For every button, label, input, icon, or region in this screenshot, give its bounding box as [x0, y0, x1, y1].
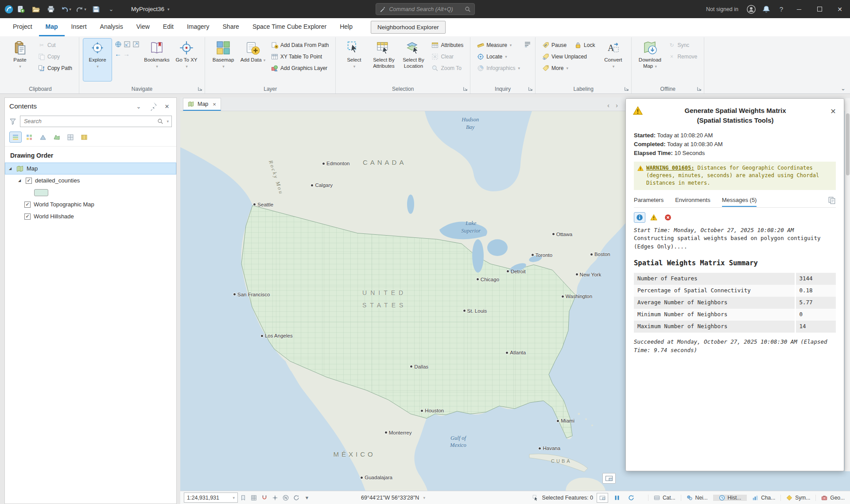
scrollbar-thumb[interactable]	[846, 113, 850, 175]
explore-button[interactable]: Explore▾	[83, 39, 112, 81]
warning-filter-button[interactable]	[648, 212, 660, 223]
project-name[interactable]: MyProject36▾	[131, 6, 170, 12]
tab-messages[interactable]: Messages (5)	[722, 197, 757, 203]
download-map-button[interactable]: Download Map ▾	[636, 39, 664, 81]
neighborhood-explorer-button[interactable]: Neighborhood Explorer	[371, 21, 446, 34]
tab-imagery[interactable]: Imagery	[180, 18, 216, 36]
view-unplaced-button[interactable]: View Unplaced	[539, 51, 598, 62]
print-button[interactable]	[43, 3, 58, 16]
layer-row-hillshade[interactable]: ✓ World Hillshade	[5, 210, 176, 222]
copy-path-button[interactable]: Copy Path	[35, 63, 75, 74]
coordinates-readout[interactable]: 69°44'21"W 56°33'28"N ▾	[361, 495, 425, 501]
list-by-selection-button[interactable]	[37, 132, 49, 143]
remove-button[interactable]: ×Remove	[665, 51, 700, 62]
command-search-input[interactable]	[388, 6, 462, 13]
status-more-chevron[interactable]: ▾	[302, 492, 312, 503]
pause-labeling-button[interactable]: Pause	[539, 40, 569, 50]
grid-button[interactable]	[248, 492, 259, 503]
help-button[interactable]: ?	[774, 3, 789, 16]
save-project-button[interactable]	[89, 3, 104, 16]
expand-icon[interactable]: ◢	[18, 178, 23, 182]
minimize-button[interactable]: ─	[789, 0, 809, 18]
add-graphics-layer-button[interactable]: Add Graphics Layer	[268, 63, 331, 74]
tab-parameters[interactable]: Parameters	[634, 197, 664, 203]
layer-row-map[interactable]: ◢ Map	[5, 163, 176, 174]
tab-analysis[interactable]: Analysis	[93, 18, 130, 36]
fixed-zoom-out-icon[interactable]	[124, 41, 131, 48]
notifications-button[interactable]	[759, 3, 774, 16]
pane-tab-catalog[interactable]: Cat...	[648, 495, 681, 501]
attributes-button[interactable]: Attributes	[429, 40, 466, 50]
error-filter-button[interactable]	[662, 212, 674, 223]
refresh-view-button[interactable]	[626, 492, 637, 503]
undo-button[interactable]: ▾	[58, 3, 74, 16]
list-by-editing-button[interactable]	[50, 132, 63, 143]
tab-insert[interactable]: Insert	[65, 18, 93, 36]
basemap-button[interactable]: Basemap▾	[209, 39, 237, 81]
more-labeling-button[interactable]: More▾	[539, 63, 598, 74]
labeling-launcher-icon[interactable]	[624, 86, 629, 92]
pane-scrollbar[interactable]	[845, 98, 850, 471]
list-by-snapping-button[interactable]	[64, 132, 77, 143]
map-overview-button[interactable]	[602, 473, 616, 484]
tab-environments[interactable]: Environments	[675, 197, 710, 203]
layer-visibility-checkbox[interactable]: ✓	[24, 202, 31, 208]
next-extent-icon[interactable]: →	[123, 50, 130, 57]
map-view-tab[interactable]: Map ×	[183, 98, 221, 111]
crosshair-button[interactable]	[270, 492, 280, 503]
rotate-view-button[interactable]	[291, 492, 302, 503]
filter-icon[interactable]	[9, 118, 16, 125]
close-pane-icon[interactable]: ✕	[828, 106, 838, 116]
scroll-tabs-right-icon[interactable]: ›	[616, 101, 618, 109]
layer-visibility-checkbox[interactable]: ✓	[26, 178, 32, 184]
copy-messages-icon[interactable]	[828, 196, 836, 204]
cut-button[interactable]: ✂Cut	[35, 40, 75, 50]
recent-tools-icon[interactable]	[524, 41, 531, 48]
tab-space-time-cube-explorer[interactable]: Space Time Cube Explorer	[246, 18, 333, 36]
full-extent-icon[interactable]	[115, 41, 122, 48]
pane-tab-symbology[interactable]: Sym...	[780, 495, 815, 501]
layer-visibility-checkbox[interactable]: ✓	[24, 213, 31, 220]
command-search[interactable]	[376, 3, 475, 15]
pane-tab-neighborhood[interactable]: Nei...	[681, 495, 713, 501]
new-bookmark-button[interactable]	[238, 492, 248, 503]
tab-share[interactable]: Share	[216, 18, 246, 36]
symbol-row[interactable]	[5, 186, 176, 198]
symbol-swatch[interactable]	[34, 189, 48, 196]
north-arrow-button[interactable]	[280, 492, 291, 503]
pane-tab-charts[interactable]: Cha...	[746, 495, 780, 501]
copy-button[interactable]: Copy	[35, 51, 75, 62]
expand-icon[interactable]: ◢	[9, 167, 13, 171]
convert-labels-button[interactable]: A Convert▾	[599, 39, 627, 81]
collapse-ribbon-icon[interactable]: ⌄	[841, 85, 846, 92]
contents-search[interactable]: ▾	[20, 116, 172, 127]
selection-options-button[interactable]	[597, 493, 608, 503]
xy-table-to-point-button[interactable]: XY Table To Point	[268, 51, 331, 62]
close-button[interactable]: ✕	[830, 0, 850, 18]
add-data-button[interactable]: Add Data ▾	[239, 39, 267, 81]
pane-menu-chevron-icon[interactable]: ⌄	[134, 101, 144, 111]
snapping-button[interactable]	[259, 492, 270, 503]
locate-button[interactable]: Locate▾	[474, 51, 523, 62]
tab-map[interactable]: Map	[39, 18, 65, 36]
list-by-source-button[interactable]	[23, 132, 35, 143]
tab-view[interactable]: View	[130, 18, 156, 36]
close-map-tab-icon[interactable]: ×	[213, 101, 216, 108]
info-filter-button[interactable]	[634, 212, 645, 223]
infographics-button[interactable]: Infographics▾	[474, 63, 523, 74]
account-button[interactable]	[744, 3, 759, 16]
tab-help[interactable]: Help	[333, 18, 359, 36]
go-to-xy-button[interactable]: Go To XY▾	[172, 39, 201, 81]
select-button[interactable]: Select▾	[340, 39, 368, 81]
pause-drawing-button[interactable]	[612, 492, 622, 503]
customize-quick-access-button[interactable]: ⌄	[104, 3, 119, 16]
select-by-attributes-button[interactable]: Select By Attributes	[369, 39, 398, 81]
maximize-button[interactable]	[809, 0, 830, 18]
previous-extent-icon[interactable]: ←	[115, 50, 121, 57]
pane-tab-geoprocessing[interactable]: Geo...	[815, 495, 850, 501]
pin-icon[interactable]	[148, 101, 158, 111]
offline-launcher-icon[interactable]	[696, 86, 702, 92]
inquiry-launcher-icon[interactable]	[528, 86, 533, 92]
close-pane-icon[interactable]: ✕	[162, 101, 172, 111]
add-data-from-path-button[interactable]: Add Data From Path	[268, 40, 331, 50]
